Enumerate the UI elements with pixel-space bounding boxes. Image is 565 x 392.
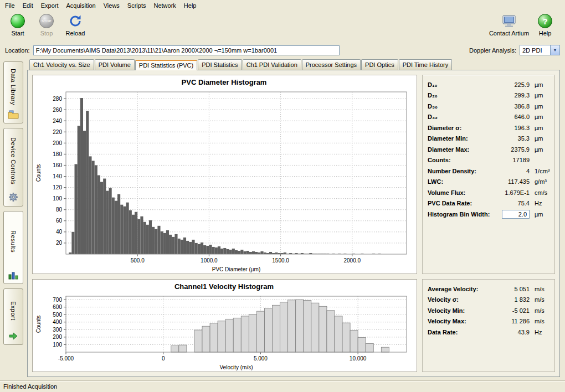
stat-label: PVC Data Rate: xyxy=(428,200,495,207)
svg-text:40: 40 xyxy=(56,229,63,235)
tab-pdi-time-history[interactable]: PDI Time History xyxy=(399,59,453,70)
stat-label: Velocity Min: xyxy=(428,307,495,314)
start-button[interactable]: Start xyxy=(3,12,32,43)
menu-acquisition[interactable]: Acquisition xyxy=(63,1,100,10)
export-arrow-icon xyxy=(8,332,18,342)
help-button[interactable]: ? Help xyxy=(531,12,559,43)
svg-text:10.000: 10.000 xyxy=(350,355,367,362)
tab-pdi-statistics-pvc[interactable]: PDI Statistics (PVC) xyxy=(135,60,197,70)
reload-icon xyxy=(68,13,83,29)
reload-label: Reload xyxy=(66,30,85,37)
application-window: File Edit Export Acquisition Views Scrip… xyxy=(0,0,565,392)
pvc-diameter-histogram-chart: 2040608010012014016018020022024026028050… xyxy=(34,87,414,273)
stat-unit: m/s xyxy=(530,296,549,303)
stat-unit: Hz xyxy=(530,329,549,336)
svg-text:120: 120 xyxy=(53,184,62,190)
stat-label: D₂₀ xyxy=(428,92,495,99)
menu-export[interactable]: Export xyxy=(37,1,63,10)
velocity-section: Channel1 Velocity Histogram 100200300400… xyxy=(32,279,555,372)
stat-unit: g/m³ xyxy=(530,178,549,185)
svg-text:220: 220 xyxy=(53,129,62,135)
stop-button[interactable]: STOP Stop xyxy=(32,12,61,43)
sidebar-item-data-library[interactable]: Data Library xyxy=(3,61,23,123)
stat-label: Histogram Bin Width: xyxy=(428,211,495,218)
reload-button[interactable]: Reload xyxy=(61,12,90,43)
histogram-bin-width-row: Histogram Bin Width: µm xyxy=(428,209,549,220)
stat-row: D₃₂646.0µm xyxy=(428,112,549,123)
sidebar-item-export[interactable]: Export xyxy=(3,288,23,345)
stat-label: D₁₀ xyxy=(428,81,495,88)
stat-label: Average Velocity: xyxy=(428,286,495,292)
location-input[interactable] xyxy=(33,45,340,55)
histogram-bin-width-input[interactable] xyxy=(502,210,530,219)
stat-value: -5 021 xyxy=(495,307,530,314)
velocity-histogram-panel: Channel1 Velocity Histogram 100200300400… xyxy=(32,279,417,372)
doppler-analysis-select[interactable]: 2D PDI ▼ xyxy=(520,45,560,55)
menu-help[interactable]: Help xyxy=(180,1,201,10)
sidebar-item-label: Export xyxy=(10,293,17,329)
menu-views[interactable]: Views xyxy=(100,1,124,10)
svg-text:60: 60 xyxy=(56,218,63,224)
svg-text:Counts: Counts xyxy=(35,164,42,182)
stat-unit: 1/cm³ xyxy=(530,168,549,174)
tab-pdi-volume[interactable]: PDI Volume xyxy=(95,59,135,70)
menu-network[interactable]: Network xyxy=(150,1,179,10)
svg-text:500.0: 500.0 xyxy=(131,257,145,264)
sidebar-item-label: Results xyxy=(10,215,17,268)
doppler-analysis-label: Doppler Analysis: xyxy=(469,47,516,54)
menu-bar: File Edit Export Acquisition Views Scrip… xyxy=(0,0,565,11)
svg-text:Counts: Counts xyxy=(35,316,42,333)
svg-text:500: 500 xyxy=(53,312,62,318)
stat-unit: m/s xyxy=(530,307,549,314)
stat-value: 5 051 xyxy=(495,286,530,292)
stat-unit: µm xyxy=(530,114,549,120)
stat-value: 225.9 xyxy=(495,81,530,88)
stat-label: Number Density: xyxy=(428,168,495,174)
stat-value: 17189 xyxy=(495,157,530,163)
contact-artium-button[interactable]: Contact Artium xyxy=(487,12,531,43)
stat-row: Velocity Max:11 286m/s xyxy=(428,316,549,327)
diameter-stats-panel: D₁₀225.9µm D₂₀299.3µm D₃₀386.8µm D₃₂646.… xyxy=(422,75,555,274)
tab-processor-settings[interactable]: Processor Settings xyxy=(302,59,361,70)
sidebar-item-label: Device Controls xyxy=(10,132,17,189)
location-label: Location: xyxy=(5,47,30,54)
stat-unit: m/s xyxy=(530,318,549,324)
stat-unit: µm xyxy=(530,125,549,131)
svg-text:PVC Diameter (µm): PVC Diameter (µm) xyxy=(212,266,260,272)
svg-text:400: 400 xyxy=(53,319,62,325)
sidebar-item-device-controls[interactable]: Device Controls xyxy=(3,128,23,207)
stop-label: Stop xyxy=(40,30,53,37)
chevron-down-icon[interactable]: ▼ xyxy=(550,45,559,55)
stat-row: PVC Data Rate:75.4Hz xyxy=(428,198,549,209)
tab-pdi-statistics[interactable]: PDI Statistics xyxy=(198,59,242,70)
menu-scripts[interactable]: Scripts xyxy=(124,1,150,10)
tab-pdi-optics[interactable]: PDI Optics xyxy=(361,59,398,70)
stat-unit: µm xyxy=(530,103,549,110)
tab-ch1-velocity-vs-size[interactable]: Ch1 Velocity vs. Size xyxy=(29,59,94,70)
stat-row: Counts:17189 xyxy=(428,155,549,166)
start-icon xyxy=(11,14,25,28)
svg-text:2000.0: 2000.0 xyxy=(344,257,361,264)
stat-unit: µm xyxy=(530,92,549,99)
stat-label: Diameter σ: xyxy=(428,125,495,131)
stat-row: LWC:117.435g/m³ xyxy=(428,177,549,188)
svg-text:100: 100 xyxy=(53,195,62,202)
stat-label: Volume Flux: xyxy=(428,189,495,196)
toolbar: Start STOP Stop Reload xyxy=(0,11,565,43)
tab-strip: Ch1 Velocity vs. Size PDI Volume PDI Sta… xyxy=(27,58,560,70)
chart-title: Channel1 Velocity Histogram xyxy=(34,281,414,292)
tab-ch1-pdi-validation[interactable]: Ch1 PDI Validation xyxy=(243,59,301,70)
gear-icon xyxy=(8,192,18,203)
stat-row: D₂₀299.3µm xyxy=(428,90,549,101)
location-row: Location: Doppler Analysis: 2D PDI ▼ xyxy=(0,43,565,58)
svg-text:-5.000: -5.000 xyxy=(58,355,74,362)
stat-value: 386.8 xyxy=(495,103,530,110)
status-text: Finished Acquisition xyxy=(3,383,57,390)
svg-text:200: 200 xyxy=(53,140,62,146)
sidebar-item-results[interactable]: Results xyxy=(3,211,23,284)
menu-edit[interactable]: Edit xyxy=(19,1,37,10)
stat-value: 1 832 xyxy=(495,296,530,303)
stat-value: 75.4 xyxy=(495,200,530,207)
stat-row: Diameter Max:2375.9µm xyxy=(428,144,549,155)
menu-file[interactable]: File xyxy=(1,1,19,10)
